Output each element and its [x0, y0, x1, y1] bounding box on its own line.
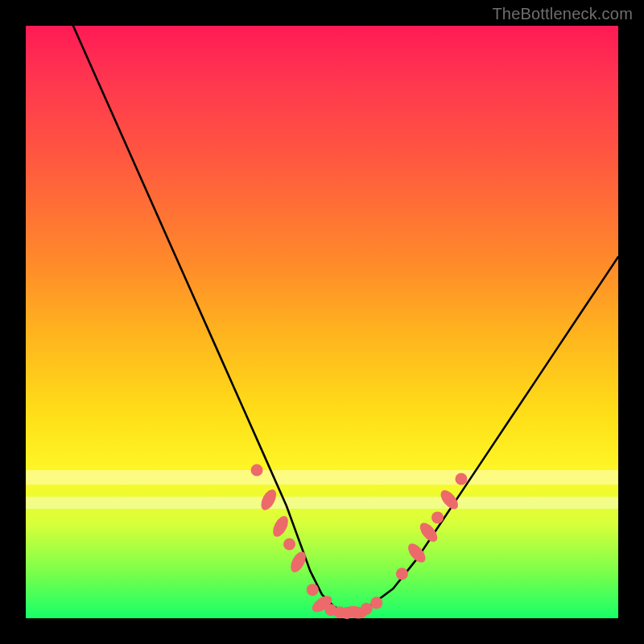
curve-marker	[251, 464, 263, 477]
curve-marker	[283, 539, 295, 551]
chart-frame: TheBottleneck.com	[0, 0, 644, 644]
curve-marker	[431, 511, 444, 523]
curve-marker	[455, 473, 467, 485]
curve-marker	[287, 549, 308, 575]
curve-marker	[370, 597, 382, 609]
bottleneck-curve	[73, 26, 618, 613]
curve-marker	[396, 568, 408, 580]
curve-svg	[26, 26, 618, 618]
curve-marker	[258, 487, 279, 513]
curve-marker	[405, 540, 428, 565]
curve-marker	[361, 603, 373, 615]
curve-marker	[270, 514, 291, 539]
plot-area	[26, 26, 618, 618]
curve-markers	[251, 464, 468, 621]
watermark-text: TheBottleneck.com	[492, 5, 633, 23]
curve-marker	[307, 584, 319, 596]
